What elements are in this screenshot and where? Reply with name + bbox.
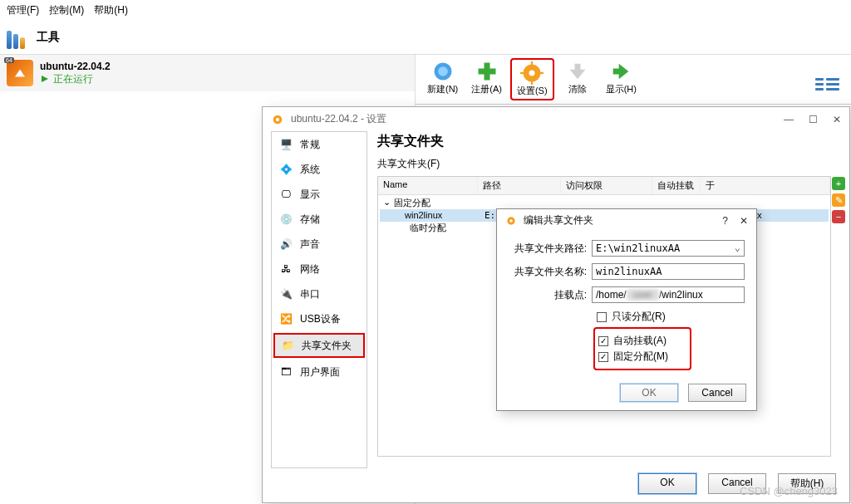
- cat-display[interactable]: 🖵显示: [272, 182, 366, 207]
- edit-dialog-title: 编辑共享文件夹: [524, 213, 593, 228]
- maximize-icon[interactable]: ☐: [809, 114, 818, 125]
- chip-icon: 💠: [278, 162, 293, 177]
- path-combo[interactable]: E:\win2linuxAA: [592, 240, 745, 257]
- usb-icon: 🔀: [278, 311, 293, 326]
- name-label: 共享文件夹名称:: [509, 265, 592, 279]
- automount-checkbox[interactable]: 自动挂载(A): [598, 334, 686, 348]
- svg-point-3: [529, 71, 535, 76]
- highlighted-options: 自动挂载(A) 固定分配(M): [593, 327, 691, 370]
- col-access[interactable]: 访问权限: [561, 177, 652, 194]
- ui-icon: 🗔: [278, 365, 293, 379]
- ok-button[interactable]: OK: [638, 473, 696, 494]
- shared-folders-label: 共享文件夹(F): [377, 157, 831, 171]
- remove-folder-button[interactable]: −: [832, 210, 845, 223]
- mount-label: 挂载点:: [509, 288, 592, 302]
- help-icon[interactable]: ?: [722, 215, 728, 227]
- edit-shared-folder-dialog: 编辑共享文件夹 ? ✕ 共享文件夹路径: E:\win2linuxAA 共享文件…: [496, 208, 757, 411]
- gear-icon: [505, 215, 517, 227]
- cat-audio[interactable]: 🔊声音: [272, 232, 366, 257]
- cat-shared-folders[interactable]: 📁共享文件夹: [273, 333, 365, 358]
- fixed-checkbox[interactable]: 固定分配(M): [598, 350, 686, 364]
- arrow-right-icon: [609, 60, 632, 83]
- cat-usb[interactable]: 🔀USB设备: [272, 306, 366, 331]
- clear-button[interactable]: 清除: [558, 58, 598, 100]
- speaker-icon: 🔊: [278, 237, 293, 252]
- watermark: CSDN @cheng3023: [740, 485, 838, 497]
- settings-category-list: 🖥️常规 💠系统 🖵显示 💿存储 🔊声音 🖧网络 🔌串口 🔀USB设备 📁共享文…: [271, 131, 367, 468]
- cancel-button[interactable]: Cancel: [688, 384, 746, 402]
- col-auto[interactable]: 自动挂载: [652, 177, 701, 194]
- display-icon: 🖵: [278, 187, 293, 202]
- settings-button[interactable]: 设置(S): [510, 58, 554, 100]
- tools-icon: [7, 26, 30, 49]
- vm-os-icon: [7, 60, 33, 86]
- cat-general[interactable]: 🖥️常规: [272, 132, 366, 157]
- group-fixed[interactable]: ⌄固定分配: [380, 197, 829, 209]
- cat-ui[interactable]: 🗔用户界面: [272, 360, 366, 384]
- tools-label: 工具: [37, 30, 60, 45]
- cat-network[interactable]: 🖧网络: [272, 257, 366, 281]
- arrow-down-icon: [566, 60, 589, 83]
- settings-dialog-title: ubuntu-22.04.2 - 设置: [291, 112, 386, 126]
- show-button[interactable]: 显示(H): [601, 58, 642, 100]
- content-title: 共享文件夹: [377, 133, 831, 150]
- gear-icon: [520, 61, 544, 85]
- svg-point-1: [438, 66, 448, 76]
- col-at[interactable]: 于: [701, 177, 830, 194]
- plus-icon: [475, 60, 499, 83]
- network-icon: 🖧: [278, 262, 293, 276]
- menu-help[interactable]: 帮助(H): [94, 3, 128, 17]
- path-label: 共享文件夹路径:: [509, 242, 592, 256]
- vm-status: 正在运行: [40, 72, 111, 86]
- disk-icon: 💿: [278, 212, 293, 227]
- minimize-icon[interactable]: —: [784, 114, 794, 125]
- register-button[interactable]: 注册(A): [466, 58, 507, 100]
- menu-manage[interactable]: 管理(F): [7, 3, 39, 17]
- gear-icon: [271, 113, 284, 126]
- menubar: 管理(F) 控制(M) 帮助(H): [0, 0, 851, 21]
- svg-rect-7: [540, 72, 544, 74]
- vm-name: ubuntu-22.04.2: [40, 61, 111, 72]
- vm-item[interactable]: ubuntu-22.04.2 正在运行: [0, 55, 415, 91]
- cat-serial[interactable]: 🔌串口: [272, 281, 366, 306]
- cat-system[interactable]: 💠系统: [272, 157, 366, 182]
- svg-rect-4: [531, 61, 533, 66]
- col-name[interactable]: Name: [378, 177, 478, 194]
- new-button[interactable]: 新建(N): [422, 58, 463, 100]
- col-path[interactable]: 路径: [478, 177, 561, 194]
- mount-field[interactable]: /home/user/win2linux: [592, 286, 745, 303]
- cat-storage[interactable]: 💿存储: [272, 207, 366, 232]
- tools-header: 工具: [0, 21, 851, 55]
- add-folder-button[interactable]: +: [832, 177, 845, 190]
- svg-rect-6: [520, 72, 524, 74]
- edit-folder-button[interactable]: ✎: [832, 193, 845, 207]
- close-icon[interactable]: ✕: [740, 215, 748, 227]
- redacted-text: user: [627, 289, 659, 301]
- name-field[interactable]: [592, 263, 745, 280]
- readonly-checkbox[interactable]: 只读分配(R): [597, 310, 745, 324]
- group-view-icon[interactable]: [815, 78, 839, 91]
- menu-control[interactable]: 控制(M): [49, 3, 84, 17]
- folder-icon: 📁: [280, 338, 295, 353]
- close-icon[interactable]: ✕: [833, 114, 841, 125]
- svg-point-11: [276, 118, 279, 121]
- serial-icon: 🔌: [278, 286, 293, 301]
- ok-button[interactable]: OK: [620, 384, 678, 402]
- toolbar: 新建(N) 注册(A) 设置(S) 清除 显示(H): [416, 55, 851, 105]
- monitor-icon: 🖥️: [278, 137, 293, 152]
- star-icon: [431, 60, 455, 83]
- svg-point-13: [509, 219, 513, 223]
